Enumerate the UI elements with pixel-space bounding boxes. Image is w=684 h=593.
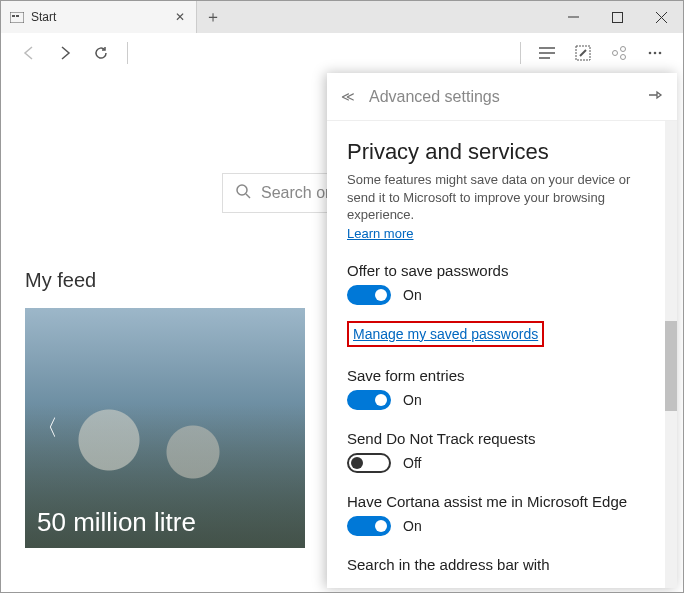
svg-point-15 — [654, 52, 657, 55]
search-placeholder: Search or — [261, 184, 330, 202]
tab-favicon-icon — [9, 9, 25, 25]
refresh-button[interactable] — [83, 35, 119, 71]
toggle-cortana[interactable] — [347, 516, 391, 536]
setting-save-passwords: Offer to save passwords On — [347, 262, 657, 305]
setting-address-search: Search in the address bar with — [347, 556, 657, 573]
divider — [520, 42, 521, 64]
titlespacer — [229, 1, 551, 33]
setting-label: Have Cortana assist me in Microsoft Edge — [347, 493, 657, 510]
title-bar: Start ✕ ＋ — [1, 1, 683, 33]
panel-back-icon[interactable]: ≪ — [341, 89, 355, 104]
divider — [127, 42, 128, 64]
close-window-button[interactable] — [639, 1, 683, 33]
feed-caption: 50 million litre — [37, 507, 196, 538]
setting-cortana: Have Cortana assist me in Microsoft Edge… — [347, 493, 657, 536]
new-tab-button[interactable]: ＋ — [197, 1, 229, 33]
svg-rect-2 — [16, 15, 19, 17]
share-icon[interactable] — [601, 35, 637, 71]
svg-rect-1 — [12, 15, 15, 17]
toggle-save-passwords[interactable] — [347, 285, 391, 305]
toolbar — [1, 33, 683, 73]
panel-header: ≪ Advanced settings — [327, 73, 677, 121]
reading-view-icon[interactable] — [529, 35, 565, 71]
svg-rect-0 — [10, 12, 24, 23]
section-desc: Some features might save data on your de… — [347, 171, 657, 224]
minimize-button[interactable] — [551, 1, 595, 33]
learn-more-link[interactable]: Learn more — [347, 226, 413, 241]
svg-line-18 — [246, 194, 250, 198]
setting-label: Save form entries — [347, 367, 657, 384]
pin-icon[interactable] — [647, 88, 663, 106]
svg-point-13 — [621, 55, 626, 60]
setting-dnt: Send Do Not Track requests Off — [347, 430, 657, 473]
browser-tab[interactable]: Start ✕ — [1, 1, 197, 33]
back-button[interactable] — [11, 35, 47, 71]
svg-point-16 — [659, 52, 662, 55]
svg-rect-4 — [612, 12, 622, 22]
setting-form-entries: Save form entries On — [347, 367, 657, 410]
svg-point-14 — [649, 52, 652, 55]
forward-button[interactable] — [47, 35, 83, 71]
toggle-state: Off — [403, 455, 421, 471]
settings-panel: ≪ Advanced settings Privacy and services… — [327, 73, 677, 588]
setting-label: Offer to save passwords — [347, 262, 657, 279]
toggle-state: On — [403, 518, 422, 534]
web-note-icon[interactable] — [565, 35, 601, 71]
toggle-state: On — [403, 392, 422, 408]
manage-passwords-link[interactable]: Manage my saved passwords — [353, 326, 538, 342]
feed-prev-icon[interactable]: 〈 — [33, 414, 61, 442]
toggle-dnt[interactable] — [347, 453, 391, 473]
scrollbar-thumb[interactable] — [665, 321, 677, 411]
toggle-state: On — [403, 287, 422, 303]
tab-title: Start — [31, 10, 172, 24]
section-title: Privacy and services — [347, 139, 657, 165]
svg-point-12 — [621, 47, 626, 52]
more-icon[interactable] — [637, 35, 673, 71]
panel-title: Advanced settings — [369, 88, 647, 106]
close-tab-icon[interactable]: ✕ — [172, 10, 188, 24]
maximize-button[interactable] — [595, 1, 639, 33]
svg-point-11 — [613, 51, 618, 56]
setting-label: Search in the address bar with — [347, 556, 657, 573]
highlight-box: Manage my saved passwords — [347, 321, 544, 347]
search-icon — [235, 183, 251, 203]
svg-point-17 — [237, 185, 247, 195]
toggle-form-entries[interactable] — [347, 390, 391, 410]
panel-body: Privacy and services Some features might… — [327, 121, 677, 588]
feed-card[interactable]: 〈 50 million litre — [25, 308, 305, 548]
setting-label: Send Do Not Track requests — [347, 430, 657, 447]
